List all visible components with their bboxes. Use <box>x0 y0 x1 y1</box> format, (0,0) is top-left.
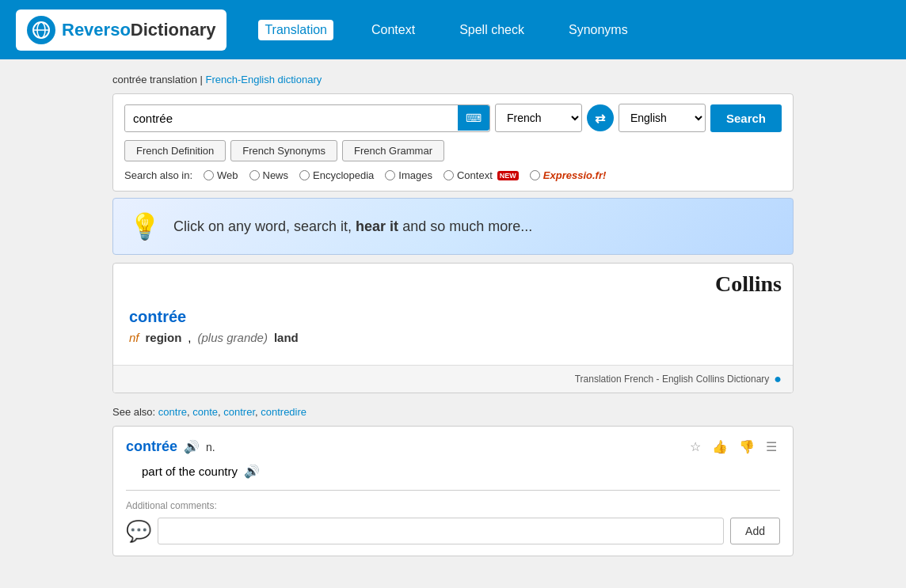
collins-content: contrée nf region , (plus grande) land <box>113 300 793 365</box>
search-also-encyclopedia[interactable]: Encyclopedia <box>299 169 374 181</box>
def-buttons-row: French Definition French Synonyms French… <box>124 140 782 161</box>
french-grammar-button[interactable]: French Grammar <box>342 140 444 161</box>
definition-box: contrée 🔊 n. ☆ 👍 👎 ☰ part of the country… <box>112 426 794 556</box>
see-also-conte[interactable]: conte <box>192 406 218 418</box>
definition-entry-word: contrée <box>126 438 177 455</box>
star-icon[interactable]: ☆ <box>687 438 704 456</box>
collins-entry-definition: nf region , (plus grande) land <box>129 331 777 344</box>
info-icon[interactable]: ● <box>774 372 782 386</box>
search-box: ⌨ French English Spanish German ⇄ Englis… <box>112 93 794 192</box>
search-also-expressio[interactable]: Expressio.fr! <box>530 169 606 181</box>
collins-qualifier: (plus grande) <box>198 331 268 344</box>
french-definition-button[interactable]: French Definition <box>124 140 226 161</box>
see-also: See also: contre, conte, contrer, contre… <box>112 401 794 426</box>
collins-translation2: land <box>274 331 299 344</box>
logo-icon <box>27 16 55 44</box>
swap-languages-button[interactable]: ⇄ <box>587 104 614 131</box>
see-also-label: See also: <box>112 406 155 418</box>
thumbup-icon[interactable]: 👍 <box>709 438 731 456</box>
definition-meaning: part of the country 🔊 <box>126 464 780 479</box>
search-input-wrap: ⌨ <box>124 104 490 132</box>
banner-bold-text: hear it <box>356 218 398 234</box>
search-input[interactable] <box>125 105 458 131</box>
main-content: contrée translation | French-English dic… <box>112 59 794 564</box>
additional-comments-label: Additional comments: <box>126 500 780 511</box>
definition-word-row: contrée 🔊 n. <box>126 438 215 455</box>
definition-pos: n. <box>206 441 215 453</box>
definition-meaning-text: part of the country <box>142 465 238 478</box>
thumbdown-icon[interactable]: 👎 <box>736 438 758 456</box>
collins-header: Collins <box>113 264 793 300</box>
comment-input[interactable] <box>158 518 724 544</box>
collins-separator: , <box>188 331 191 344</box>
search-also-context[interactable]: Context NEW <box>443 169 519 181</box>
to-language-select[interactable]: English French Spanish German <box>619 104 706 132</box>
from-language-select[interactable]: French English Spanish German <box>495 104 582 132</box>
search-also-news[interactable]: News <box>249 169 289 181</box>
audio-icon[interactable]: 🔊 <box>184 439 200 454</box>
banner: 💡 Click on any word, search it, hear it … <box>112 198 794 255</box>
audio-icon-meaning[interactable]: 🔊 <box>244 464 260 479</box>
nav-translation[interactable]: Translation <box>258 20 333 40</box>
additional-comments-section: Additional comments: 💬 Add <box>126 490 780 544</box>
see-also-contre[interactable]: contre <box>158 406 187 418</box>
nav-context[interactable]: Context <box>365 20 421 40</box>
see-also-contrer[interactable]: contrer <box>223 406 255 418</box>
collins-pos: nf <box>129 331 139 344</box>
search-row: ⌨ French English Spanish German ⇄ Englis… <box>124 104 782 132</box>
nav-synonyms[interactable]: Synonyms <box>562 20 634 40</box>
search-also-label: Search also in: <box>124 169 192 181</box>
collins-result-box: Collins contrée nf region , (plus grande… <box>112 263 794 393</box>
header: ReversoDictionary Translation Context Sp… <box>0 0 906 59</box>
french-synonyms-button[interactable]: French Synonyms <box>230 140 337 161</box>
see-also-contredire[interactable]: contredire <box>261 406 306 418</box>
comment-input-row: 💬 Add <box>126 518 780 544</box>
collins-logo: Collins <box>715 271 782 297</box>
definition-actions: ☆ 👍 👎 ☰ <box>687 438 780 456</box>
breadcrumb-link[interactable]: French-English dictionary <box>206 74 322 85</box>
banner-text: Click on any word, search it, hear it an… <box>173 218 532 235</box>
add-comment-button[interactable]: Add <box>730 518 780 544</box>
comment-icon: 💬 <box>126 519 151 544</box>
search-also-web[interactable]: Web <box>204 169 238 181</box>
breadcrumb-prefix: contrée translation | <box>112 74 206 85</box>
search-also-images[interactable]: Images <box>385 169 432 181</box>
breadcrumb: contrée translation | French-English dic… <box>112 67 794 93</box>
keyboard-icon[interactable]: ⌨ <box>458 105 489 131</box>
search-button[interactable]: Search <box>710 104 782 132</box>
menu-icon[interactable]: ☰ <box>763 438 780 456</box>
search-also-row: Search also in: Web News Encyclopedia Im… <box>124 169 782 181</box>
logo-dictionary: Dictionary <box>131 20 216 40</box>
collins-entry-word: contrée <box>129 308 777 326</box>
collins-footer: Translation French - English Collins Dic… <box>113 365 793 393</box>
definition-header: contrée 🔊 n. ☆ 👍 👎 ☰ <box>126 438 780 456</box>
bulb-icon: 💡 <box>129 211 161 241</box>
new-badge: NEW <box>497 171 519 180</box>
logo-area[interactable]: ReversoDictionary <box>16 9 226 51</box>
collins-footer-text: Translation French - English Collins Dic… <box>575 374 770 385</box>
logo-reverso: Reverso <box>62 20 131 40</box>
nav-spellcheck[interactable]: Spell check <box>453 20 531 40</box>
logo-text: ReversoDictionary <box>62 20 215 40</box>
collins-translation1: region <box>146 331 182 344</box>
